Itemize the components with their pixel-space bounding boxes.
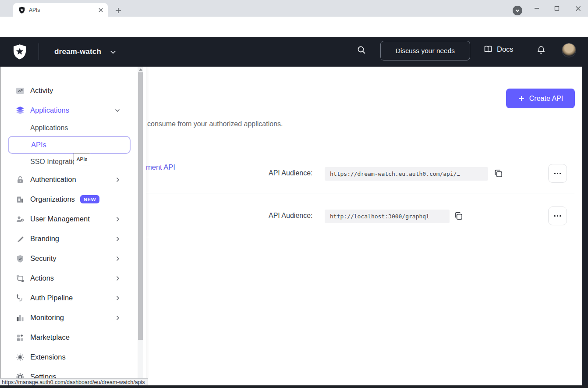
shield-check-icon — [15, 254, 25, 263]
user-avatar[interactable] — [562, 43, 576, 57]
row-actions-button[interactable] — [548, 206, 567, 225]
sidebar-item-sso-integrations[interactable]: SSO Integrations — [0, 154, 138, 170]
row-divider — [146, 237, 574, 237]
row-actions-button[interactable] — [548, 164, 567, 183]
chevron-down-icon — [114, 108, 120, 113]
chevron-right-icon — [115, 315, 120, 321]
search-icon[interactable] — [356, 44, 367, 56]
row-divider — [146, 193, 574, 193]
paintbrush-icon — [15, 234, 25, 244]
new-badge: NEW — [80, 195, 99, 203]
pipeline-icon — [15, 293, 25, 303]
sidebar-item-security[interactable]: Security — [0, 249, 138, 268]
window-maximize-button[interactable] — [547, 0, 567, 17]
api-audience-value[interactable]: http://localhost:3000/graphql — [325, 210, 450, 223]
browser-tab[interactable]: APIs — [13, 3, 108, 17]
sidebar-item-activity[interactable]: Activity — [0, 81, 138, 100]
page-scrollbar-strip[interactable] — [582, 67, 588, 388]
browser-toolbar: manage.auth0.com/dashboard/eu/dream-watc… — [0, 17, 588, 37]
api-audience-value[interactable]: https://dream-watch.eu.auth0.com/api/… — [325, 167, 488, 181]
sidebar-item-authentication[interactable]: Authentication — [0, 170, 138, 189]
marketplace-icon — [15, 333, 25, 342]
create-api-label: Create API — [529, 95, 563, 103]
tab-close-icon[interactable] — [97, 7, 104, 14]
sidebar-item-auth-pipeline[interactable]: Auth Pipeline — [0, 288, 138, 308]
chevron-right-icon — [115, 216, 120, 222]
apis-tooltip: APIs — [74, 153, 90, 165]
create-api-button[interactable]: Create API — [506, 89, 575, 108]
sidebar-item-actions[interactable]: Actions — [0, 268, 138, 288]
window-close-button[interactable] — [568, 0, 588, 17]
tenant-chevron-down-icon[interactable] — [110, 49, 117, 55]
topnav-divider — [39, 43, 39, 60]
docs-link[interactable]: Docs — [483, 45, 514, 53]
organizations-icon — [15, 195, 25, 204]
extensions-burst-icon — [15, 352, 25, 362]
plus-icon — [518, 95, 525, 102]
bar-chart-icon — [15, 313, 25, 323]
copy-icon[interactable] — [493, 168, 503, 178]
browser-window: APIs — [0, 0, 588, 388]
api-audience-label: API Audience: — [269, 169, 313, 177]
tenant-selector[interactable]: dream-watch — [54, 47, 101, 56]
page-intro-text: consume from your authorized application… — [147, 120, 283, 128]
sidebar-item-branding[interactable]: Branding — [0, 229, 138, 249]
apis-page-content: Create API consume from your authorized … — [146, 67, 582, 388]
sidebar-scrollbar-thumb[interactable] — [138, 72, 143, 340]
applications-layers-icon — [15, 106, 25, 115]
auth0-topnav: dream-watch Discuss your needs Docs — [0, 37, 588, 67]
sidebar-item-applications-sub[interactable]: Applications — [0, 120, 138, 136]
sidebar-item-applications[interactable]: Applications — [0, 100, 138, 120]
activity-icon — [15, 86, 25, 96]
sidebar-scrollbar-up-arrow[interactable] — [138, 67, 143, 72]
chevron-right-icon — [115, 177, 120, 183]
bottom-edge-bar — [0, 385, 588, 388]
copy-icon[interactable] — [453, 210, 464, 221]
api-audience-label: API Audience: — [269, 212, 313, 220]
auth0-favicon-icon — [18, 7, 25, 14]
window-minimize-button[interactable] — [527, 0, 547, 17]
user-management-icon — [15, 214, 25, 224]
sidebar-item-apis-selected[interactable]: APIs — [8, 136, 131, 154]
sidebar-item-monitoring[interactable]: Monitoring — [0, 308, 138, 327]
new-tab-button[interactable] — [113, 5, 124, 16]
status-url-bubble: https://manage.auth0.com/dashboard/eu/dr… — [0, 378, 148, 386]
chevron-right-icon — [115, 256, 120, 262]
lock-icon — [15, 175, 25, 185]
chevron-right-icon — [115, 295, 120, 301]
download-indicator-icon[interactable] — [513, 6, 522, 15]
notifications-bell-icon[interactable] — [535, 44, 547, 56]
chevron-right-icon — [115, 236, 120, 242]
actions-flow-icon — [15, 274, 25, 283]
status-url-text: https://manage.auth0.com/dashboard/eu/dr… — [2, 379, 145, 385]
sidebar-item-extensions[interactable]: Extensions — [0, 347, 138, 367]
sidebar: Activity Applications Applications APIs … — [0, 67, 146, 388]
chevron-right-icon — [115, 275, 120, 281]
sidebar-item-organizations[interactable]: Organizations NEW — [0, 189, 138, 209]
discuss-your-needs-button[interactable]: Discuss your needs — [380, 41, 470, 61]
book-icon — [483, 45, 493, 53]
api-name-link[interactable]: ment API — [146, 163, 175, 171]
sidebar-item-user-management[interactable]: User Management — [0, 209, 138, 229]
tab-title: APIs — [29, 7, 97, 13]
auth0-logo-icon[interactable] — [12, 43, 28, 60]
sidebar-item-marketplace[interactable]: Marketplace — [0, 327, 138, 347]
browser-titlebar: APIs — [0, 0, 588, 17]
docs-label: Docs — [497, 45, 514, 53]
